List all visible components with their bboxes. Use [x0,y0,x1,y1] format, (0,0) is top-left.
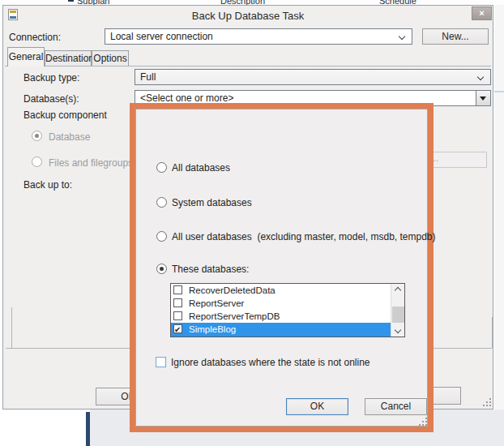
checkbox-unchecked[interactable] [173,298,182,307]
backup-component-label: Backup component [23,109,107,121]
scroll-up-icon[interactable] [395,287,401,294]
connection-label: Connection: [9,32,61,43]
screen: Subplan Description Schedule Back Up Dat… [0,0,504,446]
system-databases-label: System databases [172,197,252,208]
subplan-icon [68,0,74,2]
scroll-down-icon[interactable] [395,327,401,333]
chevron-down-icon [477,74,484,80]
back-up-to-label: Back up to: [23,179,72,191]
databases-value: <Select one or more> [140,92,233,104]
backup-type-combobox[interactable]: Full [135,69,491,85]
scrollbar-thumb[interactable] [392,307,404,323]
connection-value: Local server connection [110,31,213,42]
backup-type-value: Full [140,71,156,83]
database-radio[interactable] [32,131,42,141]
all-databases-radio[interactable] [156,162,167,173]
these-databases-label: These databases: [172,264,249,275]
background-grid-border [86,412,90,446]
dialog-title: Back Up Database Task [3,10,493,22]
connection-combobox[interactable]: Local server connection [105,28,412,45]
all-databases-label: All databases [172,162,230,174]
new-connection-button[interactable]: New... [422,28,489,45]
databases-label: Database(s): [23,93,79,105]
groupbox-border [11,307,12,348]
database-checklist: RecoverDeletedData ReportServer ReportSe… [170,283,405,337]
files-filegroups-radio[interactable] [32,157,42,167]
chevron-down-icon [399,33,405,40]
list-item[interactable]: ReportServerTempDB [171,310,391,323]
groupbox-border [492,317,493,348]
database-radio-label: Database [49,131,90,143]
popup-ok-button[interactable]: OK [286,398,348,415]
database-name: SimpleBlog [189,323,236,336]
select-databases-popup: All databases System databases All user … [130,103,434,432]
system-databases-radio[interactable] [156,197,167,208]
all-user-databases-radio[interactable] [156,231,167,242]
ignore-offline-checkbox[interactable] [156,357,166,367]
scrollbar[interactable] [391,284,404,337]
checkbox-unchecked[interactable] [173,285,182,294]
popup-resize-grip[interactable] [417,416,427,426]
all-user-databases-label: All user databases (excluding master, mo… [172,231,436,242]
list-item-selected[interactable]: SimpleBlog [171,323,391,337]
tab-general[interactable]: General [7,47,45,66]
checkbox-checked[interactable] [173,324,182,333]
dialog-resize-grip[interactable] [481,397,491,406]
files-filegroups-label: Files and filegroups: [49,157,135,169]
ignore-offline-label: Ignore databases where the state is not … [171,357,370,368]
database-name: RecoverDeletedData [189,284,275,297]
these-databases-radio[interactable] [156,264,167,274]
tab-strip-divider [5,66,491,66]
dropdown-arrow-icon [480,96,486,101]
close-icon[interactable]: × [472,6,492,20]
list-item[interactable]: RecoverDeletedData [171,284,391,297]
backup-type-label: Backup type: [23,72,79,84]
database-name: ReportServer [189,297,244,310]
tab-options[interactable]: Options [92,50,129,66]
background-divider [494,91,504,92]
databases-dropdown-button[interactable] [476,91,490,105]
database-name: ReportServerTempDB [189,310,280,323]
checkbox-unchecked[interactable] [173,311,182,320]
background-right-strip [494,5,504,410]
dialog-titlebar[interactable]: Back Up Database Task × [3,6,493,27]
list-item[interactable]: ReportServer [171,297,391,310]
tab-destination[interactable]: Destination [45,50,92,66]
popup-cancel-button[interactable]: Cancel [365,398,427,415]
